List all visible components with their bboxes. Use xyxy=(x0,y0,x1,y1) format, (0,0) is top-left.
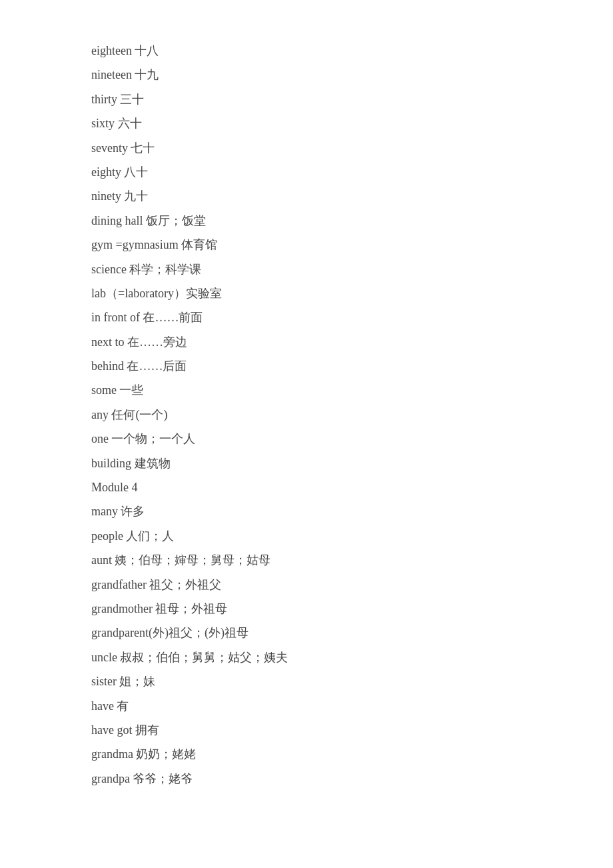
vocab-item-next-to: next to 在……旁边 xyxy=(91,331,522,353)
vocab-item-sister: sister 姐；妹 xyxy=(91,671,522,692)
vocab-item-grandma: grandma 奶奶；姥姥 xyxy=(91,743,522,765)
vocab-item-any: any 任何(一个) xyxy=(91,404,522,425)
vocab-item-dining-hall: dining hall 饭厅；饭堂 xyxy=(91,210,522,231)
vocab-item-grandmother: grandmother 祖母；外祖母 xyxy=(91,598,522,619)
vocab-item-grandfather: grandfather 祖父；外祖父 xyxy=(91,574,522,595)
vocab-item-thirty: thirty 三十 xyxy=(91,89,522,110)
vocab-item-grandparent: grandparent(外)祖父；(外)祖母 xyxy=(91,622,522,643)
vocab-item-many: many 许多 xyxy=(91,501,522,522)
vocab-item-building: building 建筑物 xyxy=(91,453,522,474)
vocab-item-module4: Module 4 xyxy=(91,477,522,498)
vocab-item-in-front-of: in front of 在……前面 xyxy=(91,307,522,328)
vocab-item-seventy: seventy 七十 xyxy=(91,137,522,159)
vocab-item-gym: gym =gymnasium 体育馆 xyxy=(91,234,522,255)
vocab-item-people: people 人们；人 xyxy=(91,525,522,547)
vocab-item-some: some 一些 xyxy=(91,379,522,401)
vocab-item-eighteen: eighteen 十八 xyxy=(91,40,522,61)
vocab-item-grandpa: grandpa 爷爷；姥爷 xyxy=(91,768,522,789)
vocab-item-science: science 科学；科学课 xyxy=(91,259,522,280)
vocab-item-have-got: have got 拥有 xyxy=(91,719,522,741)
vocab-item-sixty: sixty 六十 xyxy=(91,113,522,134)
vocab-item-eighty: eighty 八十 xyxy=(91,161,522,183)
vocab-item-nineteen: nineteen 十九 xyxy=(91,64,522,85)
vocab-item-one: one 一个物；一个人 xyxy=(91,428,522,449)
vocab-item-ninety: ninety 九十 xyxy=(91,185,522,207)
vocabulary-list: eighteen 十八nineteen 十九thirty 三十sixty 六十s… xyxy=(91,40,522,789)
vocab-item-uncle: uncle 叔叔；伯伯；舅舅；姑父；姨夫 xyxy=(91,647,522,668)
vocab-item-have: have 有 xyxy=(91,695,522,717)
vocab-item-behind: behind 在……后面 xyxy=(91,355,522,377)
vocab-item-aunt: aunt 姨；伯母；婶母；舅母；姑母 xyxy=(91,549,522,571)
vocab-item-lab: lab（=laboratory）实验室 xyxy=(91,283,522,304)
